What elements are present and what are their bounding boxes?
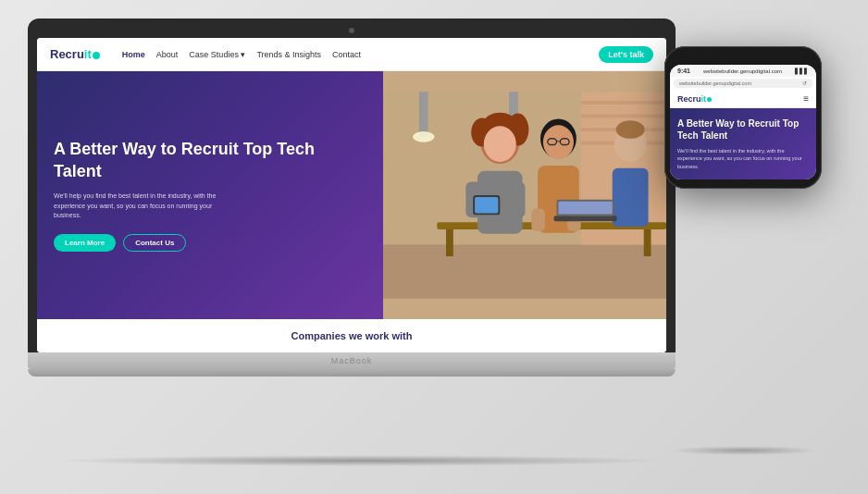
nav-links: Home About Case Studies ▾ Trends & Insig… — [122, 50, 600, 59]
phone-nav: Recruit ≡ — [670, 90, 816, 108]
phone-notch — [720, 54, 766, 61]
phone-url-text: websitebuilder.genupdigital.com — [679, 80, 751, 86]
svg-point-35 — [616, 120, 645, 138]
hero-image-svg — [383, 71, 666, 319]
phone-status-bar: 9:41 websitebuilder.genupdigital.com ▋▋▋ — [670, 65, 816, 77]
contact-us-button[interactable]: Contact Us — [123, 234, 186, 252]
hero-title: A Better Way to Recruit Top Tech Talent — [54, 139, 366, 182]
phone-outer: 9:41 websitebuilder.genupdigital.com ▋▋▋… — [664, 46, 822, 189]
phone-screen: 9:41 websitebuilder.genupdigital.com ▋▋▋… — [670, 65, 816, 179]
svg-rect-39 — [558, 202, 612, 215]
laptop-shadow — [56, 455, 666, 466]
phone-hero-title: A Better Way to Recruit Top Tech Talent — [677, 117, 809, 142]
hero-left: A Better Way to Recruit Top Tech Talent … — [37, 71, 383, 319]
svg-point-20 — [484, 126, 516, 162]
phone: 9:41 websitebuilder.genupdigital.com ▋▋▋… — [664, 46, 822, 189]
nav-home[interactable]: Home — [122, 50, 145, 59]
svg-rect-1 — [383, 244, 666, 298]
site-below: Companies we work with — [37, 319, 666, 352]
laptop-foot — [28, 369, 676, 377]
svg-rect-14 — [446, 229, 453, 256]
phone-logo-recru: Recru — [677, 94, 701, 104]
nav-contact[interactable]: Contact — [332, 50, 361, 59]
nav-case-studies[interactable]: Case Studies ▾ — [189, 50, 245, 59]
phone-shadow — [670, 446, 818, 455]
website: Recruit Home About Case Studies ▾ Trends… — [37, 38, 666, 352]
phone-time: 9:41 — [677, 68, 690, 74]
phone-hero: A Better Way to Recruit Top Tech Talent … — [670, 108, 816, 179]
phone-url: websitebuilder.genupdigital.com — [703, 68, 782, 74]
svg-rect-32 — [531, 209, 545, 231]
site-nav: Recruit Home About Case Studies ▾ Trends… — [37, 38, 666, 71]
scene: Recruit Home About Case Studies ▾ Trends… — [0, 0, 868, 494]
hero-subtitle: We'll help you find the best talent in t… — [54, 191, 239, 221]
laptop-camera — [349, 28, 354, 33]
svg-rect-37 — [554, 216, 617, 221]
laptop-screen: Recruit Home About Case Studies ▾ Trends… — [37, 38, 666, 352]
svg-rect-2 — [419, 92, 428, 137]
logo-dot — [93, 52, 100, 59]
phone-hero-body: We'll find the best talent in the indust… — [677, 147, 809, 170]
svg-rect-9 — [581, 101, 666, 105]
phone-logo: Recruit — [677, 94, 712, 104]
svg-rect-15 — [644, 229, 651, 256]
svg-rect-10 — [581, 115, 666, 118]
svg-point-3 — [413, 131, 434, 142]
phone-url-bar[interactable]: websitebuilder.genupdigital.com ↺ — [674, 79, 812, 88]
nav-cta-button[interactable]: Let's talk — [599, 46, 653, 63]
hero-buttons: Learn More Contact Us — [54, 234, 366, 252]
nav-trends[interactable]: Trends & Insights — [256, 50, 321, 59]
logo-recru: Recru — [50, 47, 84, 61]
laptop-screen-outer: Recruit Home About Case Studies ▾ Trends… — [28, 19, 676, 352]
svg-rect-23 — [509, 181, 525, 217]
svg-rect-25 — [475, 197, 498, 213]
laptop-base — [28, 352, 676, 369]
phone-logo-dot — [707, 97, 712, 102]
hero-right — [383, 71, 666, 319]
laptop: Recruit Home About Case Studies ▾ Trends… — [28, 19, 676, 377]
svg-rect-36 — [613, 168, 649, 227]
companies-title: Companies we work with — [291, 330, 413, 341]
nav-about[interactable]: About — [156, 50, 179, 59]
site-logo: Recruit — [50, 47, 100, 61]
site-hero: A Better Way to Recruit Top Tech Talent … — [37, 71, 666, 319]
logo-it: it — [84, 47, 92, 61]
phone-logo-it: it — [701, 94, 707, 104]
learn-more-button[interactable]: Learn More — [54, 234, 116, 252]
phone-battery: ▋▋▋ — [795, 68, 809, 74]
phone-menu-icon[interactable]: ≡ — [803, 93, 809, 104]
refresh-icon[interactable]: ↺ — [802, 80, 807, 86]
